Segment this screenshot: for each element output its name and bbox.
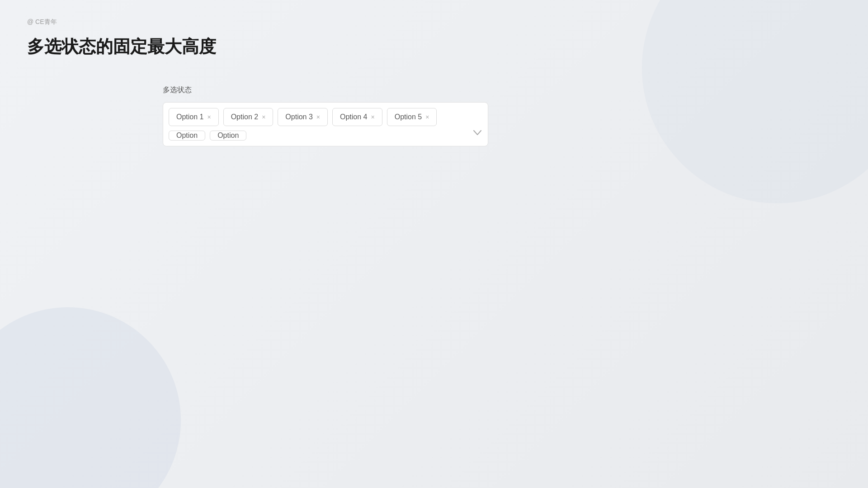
tags-row: Option 1 × Option 2 × Option 3 × Option … <box>169 108 465 141</box>
chevron-down-icon[interactable] <box>473 128 481 138</box>
tag-label-option4: Option 4 <box>340 113 367 121</box>
tag-option2: Option 2 × <box>223 108 274 126</box>
tag-label-option1: Option 1 <box>176 113 203 121</box>
page-title: 多选状态的固定最大高度 <box>27 35 841 58</box>
tag-remove-option5[interactable]: × <box>425 114 429 120</box>
tag-remove-option1[interactable]: × <box>207 114 211 120</box>
tag-remove-option4[interactable]: × <box>371 114 375 120</box>
tag-label-option2: Option 2 <box>231 113 258 121</box>
page-wrapper: @ CE青年 多选状态的固定最大高度 多选状态 Option 1 × Optio… <box>0 0 868 164</box>
section-label: 多选状态 <box>163 85 841 95</box>
tag-label-option3: Option 3 <box>285 113 312 121</box>
multiselect-box[interactable]: Option 1 × Option 2 × Option 3 × Option … <box>163 102 488 146</box>
tag-remove-option2[interactable]: × <box>262 114 265 120</box>
tag-label-option5: Option 5 <box>395 113 422 121</box>
watermark: @ CE青年 <box>27 18 841 26</box>
tag-option4: Option 4 × <box>332 108 382 126</box>
tag-label-option7: Option <box>217 131 239 140</box>
tag-option6: Option <box>169 131 205 141</box>
tag-option3: Option 3 × <box>278 108 328 126</box>
multiselect-section: 多选状态 Option 1 × Option 2 × Option 3 × Op… <box>163 85 841 146</box>
tag-option5: Option 5 × <box>387 108 437 126</box>
tag-remove-option3[interactable]: × <box>316 114 320 120</box>
tag-option7: Option <box>210 131 246 141</box>
tag-label-option6: Option <box>176 131 198 140</box>
tag-option1: Option 1 × <box>169 108 219 126</box>
